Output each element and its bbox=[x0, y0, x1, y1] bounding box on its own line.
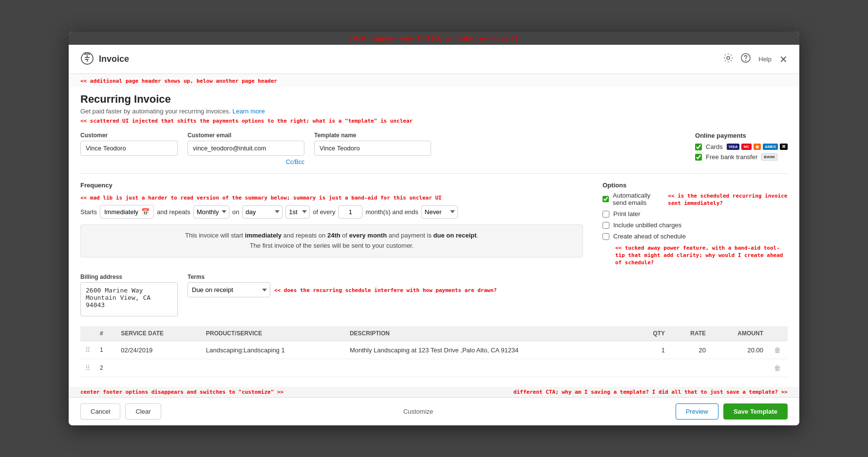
row-num-1: 1 bbox=[95, 341, 116, 359]
footer-annotation-right: different CTA; why am I saving a templat… bbox=[513, 389, 788, 395]
on-label: on bbox=[232, 208, 239, 216]
auto-send-label: Automatically send emails bbox=[613, 192, 662, 206]
mc-logo: MC bbox=[741, 144, 751, 150]
ends-select[interactable]: Never After On date bbox=[421, 205, 458, 219]
starts-input-group: Immediately 📅 bbox=[100, 205, 154, 219]
save-template-button[interactable]: Save Template bbox=[723, 403, 788, 420]
product-1: Landscaping:Landscaping 1 bbox=[201, 341, 345, 359]
months-label: month(s) and ends bbox=[365, 208, 418, 216]
qty-2 bbox=[635, 359, 670, 377]
table-row: ⠿ 2 🗑 bbox=[80, 359, 788, 377]
visa-logo: VISA bbox=[727, 144, 740, 150]
invoice-table: # SERVICE DATE PRODUCT/SERVICE DESCRIPTI… bbox=[80, 326, 788, 377]
scattered-annotation: << scattered UI injected that shifts the… bbox=[80, 118, 413, 124]
print-later-checkbox[interactable] bbox=[603, 211, 609, 218]
settings-icon[interactable] bbox=[723, 53, 733, 65]
col-description: DESCRIPTION bbox=[345, 326, 635, 341]
amex-logo: AMEX bbox=[763, 144, 778, 150]
unbilled-checkbox[interactable] bbox=[603, 222, 609, 229]
product-2 bbox=[201, 359, 345, 377]
page-header-annotation: << additional page header shows up, belo… bbox=[80, 78, 277, 84]
invoice-table-section: # SERVICE DATE PRODUCT/SERVICE DESCRIPTI… bbox=[80, 326, 788, 377]
repeats-select[interactable]: Monthly Weekly Yearly bbox=[193, 205, 229, 219]
page-subtitle: Get paid faster by automating your recur… bbox=[80, 108, 788, 115]
qty-1: 1 bbox=[635, 341, 670, 359]
page-title: Recurring Invoice bbox=[80, 87, 788, 106]
delete-row-1[interactable]: 🗑 bbox=[773, 345, 782, 355]
of-every-label: of every bbox=[313, 208, 335, 216]
customer-label: Customer bbox=[80, 132, 178, 139]
col-product: PRODUCT/SERVICE bbox=[201, 326, 345, 341]
service-date-2 bbox=[116, 359, 201, 377]
top-annotation-text: [What happens when I click on 'make recu… bbox=[350, 35, 519, 42]
customer-email-label: Customer email bbox=[188, 132, 304, 139]
learn-more-link[interactable]: Learn more bbox=[232, 108, 264, 115]
create-ahead-label: Create ahead of schedule bbox=[613, 233, 686, 240]
description-1: Monthly Landscaping at 123 Test Drive ,P… bbox=[345, 341, 635, 359]
drag-handle-1[interactable]: ⠿ bbox=[85, 346, 90, 354]
auto-send-annotation: << is the scheduled recurring invoice se… bbox=[668, 193, 787, 206]
row-num-2: 2 bbox=[95, 359, 116, 377]
help-label: Help bbox=[758, 55, 772, 63]
delete-row-2[interactable]: 🗑 bbox=[773, 363, 782, 373]
rate-2 bbox=[670, 359, 711, 377]
amount-1: 20.00 bbox=[711, 341, 768, 359]
frequency-title: Frequency bbox=[80, 182, 583, 189]
col-rate: RATE bbox=[670, 326, 711, 341]
terms-label: Terms bbox=[188, 274, 497, 280]
starts-value: Immediately bbox=[104, 208, 138, 216]
print-later-label: Print later bbox=[613, 210, 641, 218]
every-num-input[interactable] bbox=[338, 205, 362, 219]
cards-checkbox[interactable] bbox=[695, 144, 702, 150]
online-payments-section: Online payments Cards VISA MC ◉ AMEX ⌘ bbox=[695, 132, 788, 164]
on-day-select[interactable]: day week day bbox=[242, 205, 283, 219]
customer-email-input[interactable] bbox=[188, 141, 304, 156]
unbilled-label: Include unbilled charges bbox=[613, 221, 681, 229]
service-date-1: 02/24/2019 bbox=[116, 341, 201, 359]
billing-textarea[interactable]: 2600 Marine Way Mountain View, CA 94043 bbox=[80, 282, 178, 316]
cancel-button[interactable]: Cancel bbox=[80, 403, 120, 420]
billing-label: Billing address bbox=[80, 274, 178, 280]
create-ahead-annotation: << tucked away power feature, with a ban… bbox=[615, 245, 783, 266]
cc-bcc-link[interactable]: Cc/Bcc bbox=[188, 159, 304, 165]
col-amount: AMOUNT bbox=[711, 326, 768, 341]
options-title: Options bbox=[603, 182, 788, 189]
discover-logo: ◉ bbox=[754, 144, 761, 150]
svg-point-1 bbox=[727, 56, 730, 59]
bank-logo: BANK bbox=[761, 153, 777, 161]
clear-button[interactable]: Clear bbox=[125, 403, 161, 420]
cards-label: Cards bbox=[706, 143, 723, 150]
and-repeats-label: and repeats bbox=[157, 208, 190, 216]
frequency-summary: This invoice will start immediately and … bbox=[80, 224, 583, 257]
col-service-date: SERVICE DATE bbox=[116, 326, 201, 341]
svg-point-3 bbox=[746, 60, 746, 61]
template-name-input[interactable] bbox=[314, 141, 431, 156]
create-ahead-checkbox[interactable] bbox=[603, 233, 609, 240]
preview-button[interactable]: Preview bbox=[676, 403, 718, 420]
apple-pay-logo: ⌘ bbox=[780, 144, 788, 150]
bank-transfer-checkbox[interactable] bbox=[695, 154, 702, 161]
header-title: Invoice bbox=[99, 54, 129, 64]
on-nth-select[interactable]: 1st 2nd 3rd last bbox=[285, 205, 310, 219]
col-num: # bbox=[95, 326, 116, 341]
template-name-label: Template name bbox=[314, 132, 431, 139]
footer-annotation-left: center footer options disappears and swi… bbox=[80, 389, 283, 395]
drag-handle-2[interactable]: ⠿ bbox=[85, 364, 90, 372]
customer-input[interactable] bbox=[80, 141, 178, 156]
terms-annotation: << does the recurring schedule interfere… bbox=[274, 287, 497, 293]
close-icon[interactable]: ✕ bbox=[779, 54, 788, 65]
description-2 bbox=[345, 359, 635, 377]
bank-transfer-label: Free bank transfer bbox=[706, 153, 757, 161]
invoice-icon bbox=[80, 52, 94, 67]
table-row: ⠿ 1 02/24/2019 Landscaping:Landscaping 1… bbox=[80, 341, 788, 359]
help-icon[interactable] bbox=[741, 53, 751, 65]
auto-send-checkbox[interactable] bbox=[603, 196, 609, 202]
rate-1: 20 bbox=[670, 341, 711, 359]
frequency-annotation: << mad lib is just a harder to read vers… bbox=[80, 195, 442, 201]
calendar-icon[interactable]: 📅 bbox=[141, 208, 150, 216]
terms-select[interactable]: Due on receipt Net 15 Net 30 bbox=[188, 282, 270, 297]
col-qty: QTY bbox=[635, 326, 670, 341]
online-payments-title: Online payments bbox=[695, 132, 788, 139]
customize-label[interactable]: Customize bbox=[403, 408, 433, 415]
amount-2 bbox=[711, 359, 768, 377]
